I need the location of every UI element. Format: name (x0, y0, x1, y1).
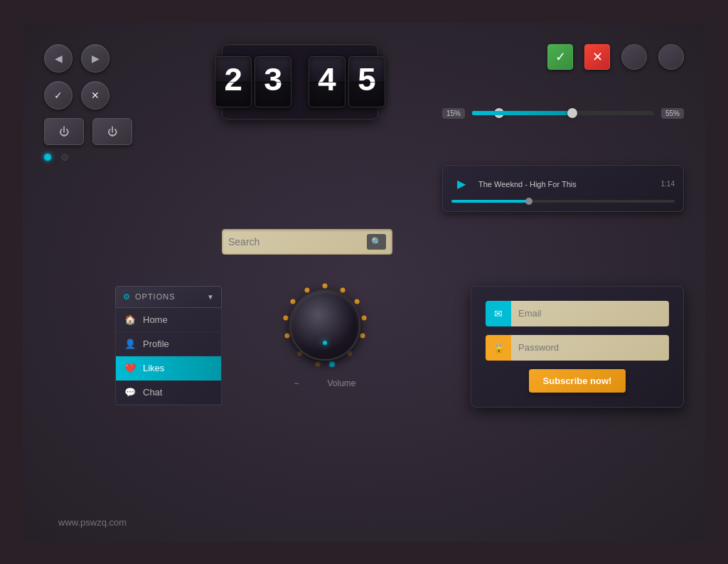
search-box: 🔍 (222, 229, 392, 255)
left-arrow-button[interactable]: ◀ (44, 44, 73, 73)
progress-track[interactable] (451, 200, 675, 203)
svg-point-3 (362, 315, 367, 320)
volume-controls: − Volume (294, 378, 355, 388)
song-title: The Weeknd - High For This (478, 180, 654, 188)
play-button[interactable]: ▶ (451, 174, 471, 194)
svg-point-10 (316, 361, 321, 366)
led-inactive (61, 154, 68, 161)
minutes-group: 4 5 (309, 56, 385, 107)
footer-url: www.pswzq.com (58, 517, 127, 528)
radio-button-2[interactable] (658, 44, 684, 70)
progress-thumb[interactable] (525, 198, 532, 205)
home-icon: 🏠 (124, 314, 136, 325)
range-thumb-right[interactable] (567, 108, 577, 118)
menu-header[interactable]: ⚙ OPTIONS ▼ (115, 286, 222, 308)
minute-tens: 4 (309, 56, 346, 107)
check-cross-row: ✓ ✕ (44, 81, 186, 110)
profile-icon: 👤 (124, 339, 136, 349)
search-input[interactable] (228, 236, 367, 248)
menu-header-label: OPTIONS (135, 292, 176, 301)
music-player: ▶ The Weeknd - High For This 1:14 (442, 165, 684, 212)
power-icon-1: ⏻ (59, 126, 69, 137)
menu-item-profile[interactable]: 👤 Profile (116, 332, 221, 356)
arrow-row: ◀ ▶ (44, 44, 186, 73)
led-active (44, 154, 51, 161)
email-icon: ✉ (486, 301, 511, 326)
menu-header-content: ⚙ OPTIONS (123, 292, 176, 302)
power-row: ⏻ ⏻ (44, 118, 186, 145)
menu-item-profile-label: Profile (143, 339, 169, 349)
led-indicator-row (44, 154, 186, 161)
subscribe-button[interactable]: Subscribe now! (529, 369, 626, 393)
music-player-section: ▶ The Weeknd - High For This 1:14 (442, 165, 684, 212)
song-info: The Weeknd - High For This (478, 180, 654, 188)
check-red-icon: ✕ (592, 49, 603, 65)
login-section: ✉ 🔒 Subscribe now! (471, 286, 684, 408)
chevron-down-icon: ▼ (207, 293, 214, 301)
email-field-row: ✉ (486, 301, 669, 326)
search-button[interactable]: 🔍 (367, 234, 386, 250)
slider-left-value: 15% (442, 108, 465, 119)
svg-point-1 (341, 287, 346, 292)
gear-icon: ⚙ (123, 292, 131, 302)
volume-label: Volume (327, 378, 355, 388)
checkbox-checked[interactable]: ✓ (547, 44, 573, 70)
volume-section: − Volume (279, 279, 371, 388)
song-time: 1:14 (661, 180, 675, 188)
minute-ones: 5 (348, 56, 385, 107)
progress-fill (451, 200, 530, 203)
svg-point-2 (355, 299, 360, 304)
chat-icon: 💬 (124, 387, 136, 398)
login-form: ✉ 🔒 Subscribe now! (471, 286, 684, 408)
menu-item-likes[interactable]: ❤️ Likes (116, 356, 221, 381)
flip-clock: 2 3 4 5 (222, 44, 378, 119)
hour-tens: 2 (215, 56, 252, 107)
slider-section: 15% 55% (442, 108, 684, 124)
range-fill-right (472, 111, 572, 115)
password-input[interactable] (511, 335, 669, 361)
svg-point-5 (305, 287, 310, 292)
menu-item-home[interactable]: 🏠 Home (116, 308, 221, 332)
right-arrow-button[interactable]: ▶ (81, 44, 109, 73)
menu-item-likes-label: Likes (143, 363, 164, 373)
svg-point-0 (323, 283, 328, 288)
power-button-2[interactable]: ⏻ (92, 118, 132, 145)
range-slider[interactable] (472, 111, 654, 115)
menu-items-list: 🏠 Home 👤 Profile ❤️ Likes 💬 Chat (115, 308, 222, 405)
password-field-row: 🔒 (486, 335, 669, 361)
menu-item-home-label: Home (143, 314, 168, 325)
slider-row: 15% 55% (442, 108, 684, 119)
check-green-icon: ✓ (555, 49, 566, 65)
radio-button-1[interactable] (621, 44, 647, 70)
check-button[interactable]: ✓ (44, 81, 73, 110)
player-top: ▶ The Weeknd - High For This 1:14 (451, 174, 675, 194)
knob-indicator (323, 341, 327, 345)
heart-icon: ❤️ (124, 363, 136, 373)
hours-group: 2 3 (215, 56, 291, 107)
menu-item-chat[interactable]: 💬 Chat (116, 381, 221, 405)
knob-container (279, 279, 371, 371)
dropdown-menu: ⚙ OPTIONS ▼ 🏠 Home 👤 Profile ❤️ Likes 💬 … (115, 286, 222, 405)
slider-right-value: 55% (661, 108, 684, 119)
search-section: 🔍 (222, 229, 392, 255)
password-icon: 🔒 (486, 335, 511, 361)
svg-point-7 (284, 315, 289, 320)
flip-clock-section: 2 3 4 5 (222, 44, 378, 119)
power-icon-2: ⏻ (107, 126, 117, 137)
volume-minus-label: − (294, 378, 299, 388)
power-button-1[interactable]: ⏻ (44, 118, 84, 145)
svg-point-11 (330, 361, 335, 366)
top-controls: ✓ ✕ (547, 44, 684, 70)
button-controls: ◀ ▶ ✓ ✕ ⏻ ⏻ (44, 44, 186, 161)
main-canvas: ◀ ▶ ✓ ✕ ⏻ ⏻ 2 3 4 (23, 23, 705, 542)
svg-point-8 (285, 333, 290, 338)
menu-item-chat-label: Chat (143, 387, 162, 398)
cross-button[interactable]: ✕ (81, 81, 109, 110)
email-input[interactable] (511, 301, 669, 326)
svg-point-6 (291, 299, 296, 304)
svg-point-4 (360, 333, 365, 338)
volume-knob[interactable] (289, 289, 360, 361)
hour-ones: 3 (255, 56, 291, 107)
checkbox-unchecked[interactable]: ✕ (584, 44, 610, 70)
